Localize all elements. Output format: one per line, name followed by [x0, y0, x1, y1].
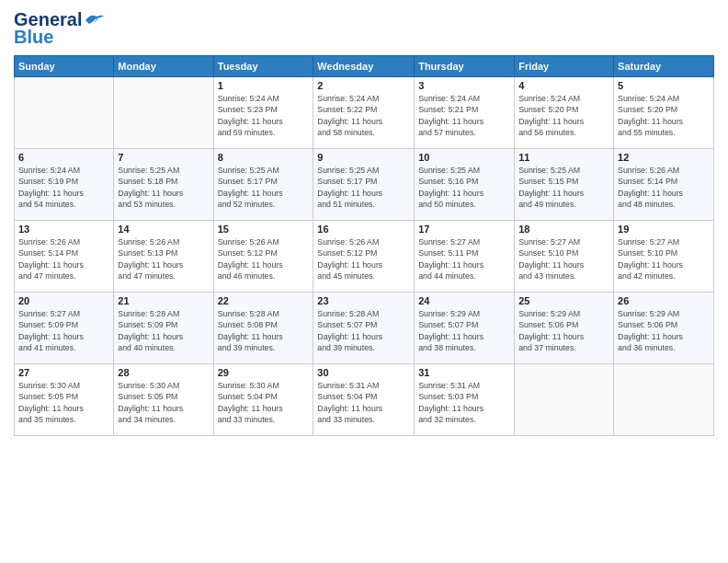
day-info: Sunrise: 5:29 AM Sunset: 5:07 PM Dayligh… — [418, 308, 510, 353]
calendar-cell: 29Sunrise: 5:30 AM Sunset: 5:04 PM Dayli… — [213, 364, 313, 436]
day-number: 15 — [218, 224, 310, 235]
day-number: 17 — [418, 224, 510, 235]
calendar-cell: 4Sunrise: 5:24 AM Sunset: 5:20 PM Daylig… — [515, 77, 614, 149]
calendar-cell: 20Sunrise: 5:27 AM Sunset: 5:09 PM Dayli… — [15, 293, 114, 364]
day-number: 9 — [317, 152, 410, 163]
calendar-cell: 19Sunrise: 5:27 AM Sunset: 5:10 PM Dayli… — [614, 221, 714, 293]
day-info: Sunrise: 5:24 AM Sunset: 5:20 PM Dayligh… — [518, 93, 609, 138]
calendar-cell — [114, 77, 213, 149]
calendar-cell: 26Sunrise: 5:29 AM Sunset: 5:06 PM Dayli… — [614, 293, 714, 364]
day-info: Sunrise: 5:27 AM Sunset: 5:10 PM Dayligh… — [518, 236, 609, 282]
day-info: Sunrise: 5:28 AM Sunset: 5:07 PM Dayligh… — [317, 308, 410, 353]
day-number: 30 — [317, 367, 410, 378]
calendar-cell: 28Sunrise: 5:30 AM Sunset: 5:05 PM Dayli… — [114, 364, 213, 436]
calendar-cell: 13Sunrise: 5:26 AM Sunset: 5:14 PM Dayli… — [15, 221, 114, 293]
calendar-cell: 8Sunrise: 5:25 AM Sunset: 5:17 PM Daylig… — [213, 149, 313, 221]
day-info: Sunrise: 5:24 AM Sunset: 5:19 PM Dayligh… — [18, 165, 109, 210]
calendar-week-5: 27Sunrise: 5:30 AM Sunset: 5:05 PM Dayli… — [15, 364, 714, 436]
calendar-header-row: SundayMondayTuesdayWednesdayThursdayFrid… — [15, 56, 714, 77]
day-info: Sunrise: 5:26 AM Sunset: 5:14 PM Dayligh… — [618, 165, 710, 210]
day-info: Sunrise: 5:24 AM Sunset: 5:22 PM Dayligh… — [317, 93, 410, 138]
calendar-cell: 27Sunrise: 5:30 AM Sunset: 5:05 PM Dayli… — [15, 364, 114, 436]
day-number: 16 — [317, 224, 410, 235]
calendar-week-2: 6Sunrise: 5:24 AM Sunset: 5:19 PM Daylig… — [15, 149, 714, 221]
calendar-cell: 1Sunrise: 5:24 AM Sunset: 5:23 PM Daylig… — [213, 77, 313, 149]
calendar-week-3: 13Sunrise: 5:26 AM Sunset: 5:14 PM Dayli… — [15, 221, 714, 293]
day-number: 18 — [518, 224, 609, 235]
calendar-header-tuesday: Tuesday — [213, 56, 313, 77]
day-info: Sunrise: 5:30 AM Sunset: 5:05 PM Dayligh… — [118, 380, 209, 425]
day-number: 25 — [518, 295, 609, 306]
calendar-header-saturday: Saturday — [614, 56, 714, 77]
calendar-cell: 15Sunrise: 5:26 AM Sunset: 5:12 PM Dayli… — [213, 221, 313, 293]
calendar-cell: 2Sunrise: 5:24 AM Sunset: 5:22 PM Daylig… — [313, 77, 415, 149]
day-number: 12 — [618, 152, 710, 163]
calendar-cell: 3Sunrise: 5:24 AM Sunset: 5:21 PM Daylig… — [415, 77, 515, 149]
day-number: 19 — [618, 224, 710, 235]
day-info: Sunrise: 5:26 AM Sunset: 5:12 PM Dayligh… — [218, 236, 310, 282]
day-number: 14 — [118, 224, 209, 235]
calendar-cell: 21Sunrise: 5:28 AM Sunset: 5:09 PM Dayli… — [114, 293, 213, 364]
calendar-cell: 16Sunrise: 5:26 AM Sunset: 5:12 PM Dayli… — [313, 221, 415, 293]
day-info: Sunrise: 5:30 AM Sunset: 5:05 PM Dayligh… — [18, 380, 109, 425]
day-number: 4 — [518, 80, 609, 91]
day-info: Sunrise: 5:25 AM Sunset: 5:18 PM Dayligh… — [118, 165, 209, 210]
calendar-header-wednesday: Wednesday — [313, 56, 415, 77]
calendar-cell: 12Sunrise: 5:26 AM Sunset: 5:14 PM Dayli… — [614, 149, 714, 221]
calendar-cell: 10Sunrise: 5:25 AM Sunset: 5:16 PM Dayli… — [415, 149, 515, 221]
header: General Blue — [14, 9, 714, 48]
day-number: 13 — [18, 224, 109, 235]
calendar-cell: 6Sunrise: 5:24 AM Sunset: 5:19 PM Daylig… — [15, 149, 114, 221]
day-info: Sunrise: 5:25 AM Sunset: 5:17 PM Dayligh… — [317, 165, 410, 210]
calendar-cell: 9Sunrise: 5:25 AM Sunset: 5:17 PM Daylig… — [313, 149, 415, 221]
logo-blue: Blue — [14, 27, 53, 48]
day-info: Sunrise: 5:24 AM Sunset: 5:23 PM Dayligh… — [218, 93, 310, 138]
day-number: 10 — [418, 152, 510, 163]
day-number: 24 — [418, 295, 510, 306]
day-info: Sunrise: 5:25 AM Sunset: 5:16 PM Dayligh… — [418, 165, 510, 210]
calendar-cell: 14Sunrise: 5:26 AM Sunset: 5:13 PM Dayli… — [114, 221, 213, 293]
calendar-header-sunday: Sunday — [15, 56, 114, 77]
day-info: Sunrise: 5:29 AM Sunset: 5:06 PM Dayligh… — [618, 308, 710, 353]
day-info: Sunrise: 5:26 AM Sunset: 5:12 PM Dayligh… — [317, 236, 410, 282]
day-number: 2 — [317, 80, 410, 91]
day-info: Sunrise: 5:24 AM Sunset: 5:21 PM Dayligh… — [418, 93, 510, 138]
day-info: Sunrise: 5:24 AM Sunset: 5:20 PM Dayligh… — [618, 93, 710, 138]
day-info: Sunrise: 5:28 AM Sunset: 5:09 PM Dayligh… — [118, 308, 209, 353]
day-number: 3 — [418, 80, 510, 91]
calendar-header-friday: Friday — [515, 56, 614, 77]
day-number: 27 — [18, 367, 109, 378]
calendar-cell — [614, 364, 714, 436]
day-info: Sunrise: 5:28 AM Sunset: 5:08 PM Dayligh… — [218, 308, 310, 353]
calendar-cell: 11Sunrise: 5:25 AM Sunset: 5:15 PM Dayli… — [515, 149, 614, 221]
day-number: 7 — [118, 152, 209, 163]
day-number: 21 — [118, 295, 209, 306]
day-info: Sunrise: 5:30 AM Sunset: 5:04 PM Dayligh… — [218, 380, 310, 425]
calendar-cell: 23Sunrise: 5:28 AM Sunset: 5:07 PM Dayli… — [313, 293, 415, 364]
logo-bird-icon — [84, 13, 104, 28]
calendar-cell: 31Sunrise: 5:31 AM Sunset: 5:03 PM Dayli… — [415, 364, 515, 436]
day-info: Sunrise: 5:26 AM Sunset: 5:14 PM Dayligh… — [18, 236, 109, 282]
day-number: 29 — [218, 367, 310, 378]
day-number: 20 — [18, 295, 109, 306]
day-info: Sunrise: 5:27 AM Sunset: 5:10 PM Dayligh… — [618, 236, 710, 282]
day-number: 8 — [218, 152, 310, 163]
calendar-cell: 5Sunrise: 5:24 AM Sunset: 5:20 PM Daylig… — [614, 77, 714, 149]
calendar-cell: 25Sunrise: 5:29 AM Sunset: 5:06 PM Dayli… — [515, 293, 614, 364]
day-info: Sunrise: 5:29 AM Sunset: 5:06 PM Dayligh… — [518, 308, 609, 353]
day-info: Sunrise: 5:25 AM Sunset: 5:15 PM Dayligh… — [518, 165, 609, 210]
day-number: 31 — [418, 367, 510, 378]
day-number: 1 — [218, 80, 310, 91]
calendar-cell: 30Sunrise: 5:31 AM Sunset: 5:04 PM Dayli… — [313, 364, 415, 436]
day-number: 5 — [618, 80, 710, 91]
calendar-cell — [515, 364, 614, 436]
calendar-cell — [15, 77, 114, 149]
calendar-cell: 17Sunrise: 5:27 AM Sunset: 5:11 PM Dayli… — [415, 221, 515, 293]
calendar-cell: 18Sunrise: 5:27 AM Sunset: 5:10 PM Dayli… — [515, 221, 614, 293]
calendar-cell: 22Sunrise: 5:28 AM Sunset: 5:08 PM Dayli… — [213, 293, 313, 364]
day-number: 22 — [218, 295, 310, 306]
calendar-header-monday: Monday — [114, 56, 213, 77]
main-container: General Blue SundayMondayTuesdayWednesda… — [0, 0, 728, 563]
calendar-cell: 7Sunrise: 5:25 AM Sunset: 5:18 PM Daylig… — [114, 149, 213, 221]
day-number: 23 — [317, 295, 410, 306]
